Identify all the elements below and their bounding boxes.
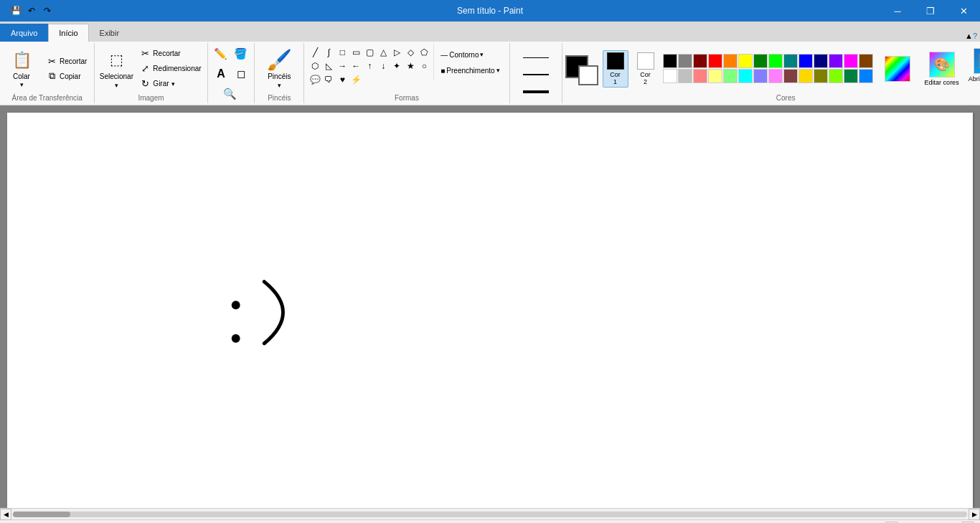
shape-rect-round[interactable]: ▢ [363, 46, 376, 59]
rainbow-swatch [877, 54, 918, 84]
clipboard-secondary: ✂ Recortar ⧉ Copiar [42, 54, 91, 83]
shape-triangle[interactable]: △ [377, 46, 390, 59]
shape-callout2[interactable]: 🗨 [322, 73, 335, 86]
canvas-area[interactable] [0, 105, 980, 508]
tab-inicio[interactable]: Início [48, 24, 88, 42]
save-button[interactable]: 💾 [9, 4, 23, 18]
paste-button[interactable]: 📋 Colar ▾ [3, 48, 40, 89]
shape-star5[interactable]: ★ [404, 60, 417, 72]
shape-rect[interactable]: □ [336, 46, 349, 59]
help-button[interactable]: ? [973, 32, 977, 40]
shape-arrow-u[interactable]: ↑ [363, 60, 376, 72]
shape-hex[interactable]: ⬡ [308, 60, 321, 72]
color-cyan[interactable] [738, 69, 753, 83]
color-magenta[interactable] [844, 54, 858, 68]
color-darkred[interactable] [693, 54, 707, 68]
scroll-thumb[interactable] [13, 512, 70, 517]
color-olive[interactable] [814, 69, 828, 83]
preenchimento-button[interactable]: ■ Preenchimento ▾ [437, 63, 503, 77]
cores-label: Cores [776, 93, 796, 102]
color-blue[interactable] [798, 54, 813, 68]
shape-curve[interactable]: ∫ [322, 46, 335, 59]
colorpicker-button[interactable]: 🔍 [221, 85, 240, 103]
main-canvas[interactable] [7, 113, 973, 508]
crop-button[interactable]: ✂ Recortar [136, 47, 204, 61]
rotate-button[interactable]: ↻ Girar ▾ [136, 77, 204, 91]
tab-exibir[interactable]: Exibir [89, 24, 131, 42]
undo-button[interactable]: ↶ [24, 4, 39, 18]
size-2-button[interactable] [520, 67, 552, 82]
color-mahogany[interactable] [783, 69, 798, 83]
color-black[interactable] [663, 54, 677, 68]
cor2-button[interactable]: Cor 2 [633, 50, 659, 88]
fill-button[interactable]: 🪣 [232, 44, 250, 63]
shape-arrow-r[interactable]: → [336, 60, 349, 72]
resize-button[interactable]: ⤢ Redimensionar [136, 62, 204, 76]
color-yellow[interactable] [738, 54, 753, 68]
edit-colors-button[interactable]: 🎨 Editar cores [922, 50, 962, 88]
color-navy[interactable] [814, 54, 828, 68]
color-teal[interactable] [783, 54, 798, 68]
window-controls: ─ ❐ ✕ [881, 0, 980, 22]
scroll-right-button[interactable]: ▶ [969, 509, 980, 520]
shape-arrow-l[interactable]: ← [349, 60, 362, 72]
color-red[interactable] [708, 54, 722, 68]
color-white[interactable] [663, 69, 677, 83]
scroll-left-button[interactable]: ◀ [0, 509, 11, 520]
color-aquamarine[interactable] [844, 69, 858, 83]
color-purple[interactable] [829, 54, 843, 68]
shape-right-tri[interactable]: ◺ [322, 60, 335, 72]
color-lightred[interactable] [693, 69, 707, 83]
shape-line[interactable]: ╱ [308, 46, 321, 59]
palette-row-2 [663, 69, 873, 83]
shape-ellipse[interactable]: ○ [418, 60, 430, 72]
horizontal-scrollbar[interactable]: ◀ ▶ [0, 508, 980, 519]
pencil-button[interactable]: ✏️ [212, 44, 230, 63]
color-gray1[interactable] [678, 54, 692, 68]
brushes-button[interactable]: 🖌️ Pincéis ▾ [258, 46, 301, 92]
close-button[interactable]: ✕ [947, 0, 980, 22]
shape-callout1[interactable]: 💬 [308, 73, 321, 86]
shape-diamond[interactable]: ◇ [404, 46, 417, 59]
color-green[interactable] [768, 54, 783, 68]
maximize-button[interactable]: ❐ [914, 0, 947, 22]
size-3-button[interactable] [520, 85, 552, 99]
eraser-button[interactable]: ◻ [232, 65, 250, 83]
text-button[interactable]: A [212, 65, 230, 83]
cut-button[interactable]: ✂ Recortar [43, 54, 90, 68]
color-pink[interactable] [768, 69, 783, 83]
cor1-button[interactable]: Cor 1 [603, 50, 628, 88]
color-silver[interactable] [678, 69, 692, 83]
color-orange[interactable] [723, 54, 738, 68]
shape-rect2[interactable]: ▭ [349, 46, 362, 59]
color-lightgreen[interactable] [723, 69, 738, 83]
minimize-button[interactable]: ─ [881, 0, 914, 22]
ribbon-collapse-button[interactable]: ▲ [965, 32, 973, 40]
color-darkgreen[interactable] [753, 54, 768, 68]
shapes-label: Formas [395, 93, 419, 102]
shape-triangle2[interactable]: ▷ [390, 46, 403, 59]
tab-arquivo[interactable]: Arquivo [0, 24, 48, 42]
shape-penta[interactable]: ⬠ [418, 46, 430, 59]
copy-button[interactable]: ⧉ Copiar [43, 69, 90, 83]
contorno-icon: — [440, 51, 448, 59]
shape-star4[interactable]: ✦ [390, 60, 403, 72]
shape-lightning[interactable]: ⚡ [349, 73, 362, 86]
open-paint3d-button[interactable]: 🖼️ Abrir o Paint 3D [966, 46, 980, 92]
shape-arrow-d[interactable]: ↓ [377, 60, 390, 72]
ribbon-content: 📋 Colar ▾ ✂ Recortar ⧉ Copiar Área de Tr… [0, 42, 980, 105]
color-lime[interactable] [829, 69, 843, 83]
color-lightyellow[interactable] [708, 69, 722, 83]
shapes-group: ╱ ∫ □ ▭ ▢ △ ▷ ◇ ⬠ ⬡ ◺ → ← [304, 43, 509, 103]
color-gold[interactable] [798, 69, 813, 83]
select-button[interactable]: ⬚ Selecionar ▾ [98, 46, 135, 92]
color-skyblue[interactable] [859, 69, 873, 83]
ribbon: Arquivo Início Exibir ▲ ? 📋 Colar ▾ [0, 22, 980, 105]
contorno-button[interactable]: — Contorno ▾ [437, 47, 503, 62]
color-lightblue[interactable] [753, 69, 768, 83]
size-1-button[interactable] [520, 50, 552, 65]
color-brown[interactable] [859, 54, 873, 68]
shape-heart[interactable]: ♥ [336, 73, 349, 86]
scroll-track[interactable] [13, 512, 967, 517]
redo-button[interactable]: ↷ [40, 4, 55, 18]
